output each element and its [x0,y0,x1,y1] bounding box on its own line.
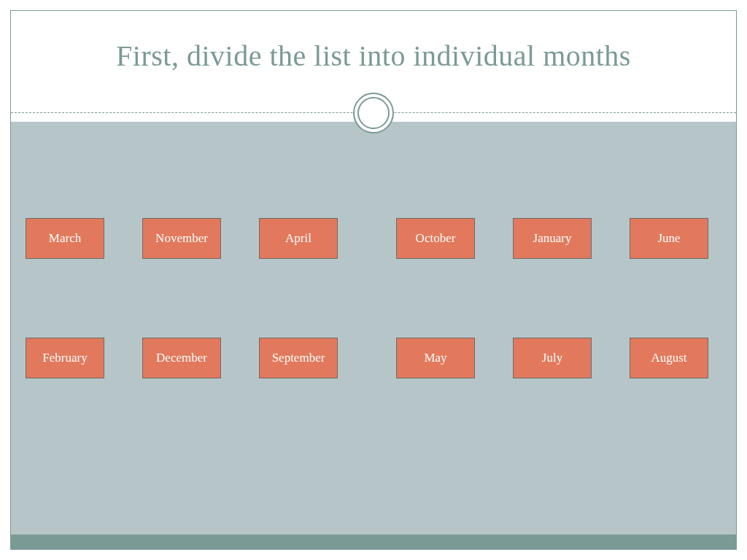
month-box-january: January [513,218,592,259]
slide: First, divide the list into individual m… [10,10,737,550]
month-box-september: September [259,338,338,378]
month-box-december: December [142,338,221,378]
month-box-march: March [26,218,104,259]
month-box-july: July [513,338,592,378]
circle-ornament-icon [353,93,394,133]
month-box-october: October [396,218,475,259]
month-box-may: May [396,338,475,378]
month-box-february: February [26,338,104,378]
month-box-june: June [630,218,708,259]
footer-bar [11,534,736,549]
month-box-november: November [142,218,221,259]
month-box-august: August [630,338,708,378]
body-area: March November April October January Jun… [11,122,736,549]
slide-title: First, divide the list into individual m… [11,39,736,73]
month-box-april: April [259,218,338,259]
